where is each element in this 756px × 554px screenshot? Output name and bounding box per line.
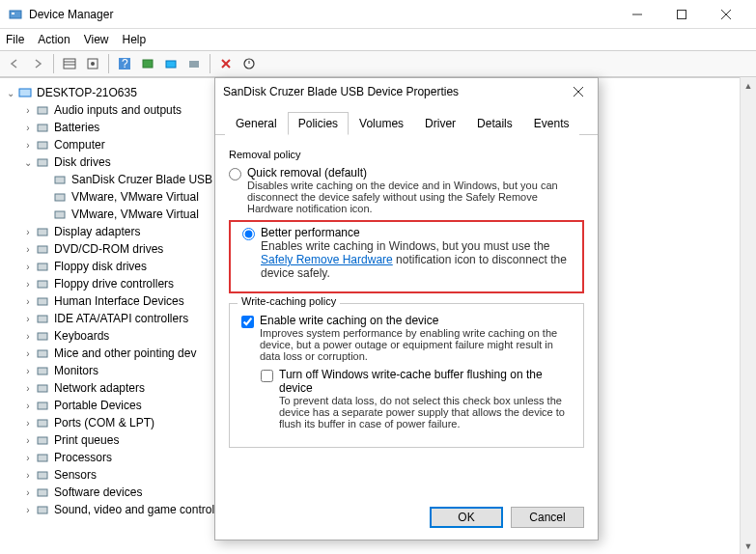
tab-details[interactable]: Details — [466, 112, 523, 135]
tree-item[interactable]: ›Monitors — [4, 362, 247, 379]
tree-item[interactable]: ›Software devices — [4, 484, 247, 501]
device-icon — [35, 485, 50, 500]
svg-rect-28 — [38, 246, 47, 253]
better-performance-highlight: Better performance Enables write caching… — [229, 220, 584, 293]
quick-removal-option[interactable]: Quick removal (default) Disables write c… — [229, 166, 584, 214]
tree-item[interactable]: VMware, VMware Virtual — [4, 188, 247, 206]
tree-item-label: Floppy drive controllers — [54, 277, 174, 291]
scroll-down-button[interactable]: ▼ — [741, 538, 756, 554]
disable-button[interactable] — [215, 53, 237, 74]
svg-rect-31 — [38, 298, 47, 305]
tab-events[interactable]: Events — [523, 112, 580, 135]
tree-item[interactable]: ›Mice and other pointing dev — [4, 345, 247, 362]
svg-rect-1 — [12, 13, 14, 14]
device-icon — [35, 398, 50, 413]
svg-rect-37 — [38, 402, 47, 409]
svg-rect-20 — [38, 107, 47, 114]
tree-item-label: Print queues — [54, 433, 119, 447]
device-icon — [35, 328, 50, 344]
svg-rect-3 — [678, 10, 686, 18]
properties-dialog: SanDisk Cruzer Blade USB Device Properti… — [214, 77, 599, 540]
menubar: File Action View Help — [0, 29, 756, 50]
device-icon — [35, 120, 50, 135]
tree-item[interactable]: ›Portable Devices — [4, 397, 247, 414]
tree-root[interactable]: ⌄ DESKTOP-21O635 — [4, 84, 247, 101]
tree-item[interactable]: ›Ports (COM & LPT) — [4, 414, 247, 431]
tree-item[interactable]: ›Print queues — [4, 431, 247, 449]
tab-driver[interactable]: Driver — [414, 112, 466, 135]
tree-item-label: IDE ATA/ATAPI controllers — [54, 312, 188, 325]
tree-item-label: Display adapters — [54, 225, 140, 238]
removal-policy-group: Removal policy Quick removal (default) D… — [229, 145, 584, 293]
tree-item-label: Ports (COM & LPT) — [54, 416, 154, 429]
tree-item-label: VMware, VMware Virtual — [71, 208, 199, 221]
dialog-close-button[interactable] — [567, 80, 590, 103]
cancel-button[interactable]: Cancel — [511, 507, 584, 528]
tree-item-label: Sound, video and game controllers — [54, 503, 233, 516]
properties-button[interactable] — [82, 53, 103, 74]
tree-item[interactable]: ›Floppy disk drives — [4, 258, 247, 275]
tree-item[interactable]: ›Human Interface Devices — [4, 292, 247, 310]
menu-file[interactable]: File — [6, 33, 24, 46]
svg-rect-22 — [38, 142, 47, 149]
svg-rect-41 — [38, 472, 47, 479]
tree-item[interactable]: ›Sensors — [4, 466, 247, 484]
device-icon — [35, 502, 50, 517]
svg-rect-0 — [10, 11, 21, 18]
tree-item[interactable]: VMware, VMware Virtual — [4, 206, 247, 223]
tree-item[interactable]: ›IDE ATA/ATAPI controllers — [4, 310, 247, 327]
scroll-up-button[interactable]: ▲ — [741, 77, 756, 94]
better-performance-option[interactable]: Better performance Enables write caching… — [242, 226, 571, 280]
enable-write-caching-checkbox[interactable] — [241, 316, 254, 328]
tree-item[interactable]: ›Sound, video and game controllers — [4, 501, 247, 518]
forward-button[interactable] — [27, 53, 48, 74]
device-tree[interactable]: ⌄ DESKTOP-21O635 ›Audio inputs and outpu… — [0, 78, 251, 554]
enable-write-caching-option[interactable]: Enable write caching on the device Impro… — [241, 314, 572, 362]
back-button[interactable] — [4, 53, 25, 74]
tree-item-label: Software devices — [54, 485, 142, 499]
tree-item[interactable]: ›Batteries — [4, 119, 247, 136]
enable-button[interactable] — [238, 53, 260, 74]
help-button[interactable]: ? — [114, 53, 135, 74]
tab-general[interactable]: General — [225, 112, 288, 135]
tree-item[interactable]: ›Audio inputs and outputs — [4, 101, 247, 119]
tree-item[interactable]: SanDisk Cruzer Blade USB — [4, 171, 247, 188]
tab-volumes[interactable]: Volumes — [349, 112, 414, 135]
scrollbar-vertical[interactable]: ▲ ▼ — [740, 77, 756, 554]
close-button[interactable] — [704, 0, 748, 29]
svg-rect-29 — [38, 263, 47, 270]
tree-item[interactable]: ›Floppy drive controllers — [4, 275, 247, 292]
tree-item[interactable]: ›Computer — [4, 136, 247, 153]
better-performance-radio[interactable] — [242, 228, 255, 240]
svg-rect-42 — [38, 489, 47, 496]
device-icon — [35, 259, 50, 274]
minimize-button[interactable] — [615, 0, 659, 29]
turnoff-flushing-checkbox[interactable] — [261, 370, 273, 382]
device-icon — [52, 189, 68, 205]
quick-removal-radio[interactable] — [229, 168, 241, 180]
menu-help[interactable]: Help — [123, 33, 147, 46]
tree-item[interactable]: ›Network adapters — [4, 379, 247, 397]
tab-policies[interactable]: Policies — [288, 112, 349, 135]
menu-view[interactable]: View — [84, 33, 109, 46]
uninstall-button[interactable] — [183, 53, 205, 74]
device-icon — [35, 346, 50, 361]
show-hide-tree-button[interactable] — [59, 53, 80, 74]
tree-item-label: DVD/CD-ROM drives — [54, 242, 163, 256]
tree-item[interactable]: ›DVD/CD-ROM drives — [4, 240, 247, 258]
ok-button[interactable]: OK — [430, 507, 503, 528]
safely-remove-link[interactable]: Safely Remove Hardware — [261, 253, 393, 266]
svg-rect-27 — [38, 229, 47, 235]
svg-rect-23 — [38, 159, 47, 166]
menu-action[interactable]: Action — [38, 33, 70, 46]
update-button[interactable] — [160, 53, 182, 74]
dialog-tabs: GeneralPoliciesVolumesDriverDetailsEvent… — [215, 105, 598, 135]
tree-item[interactable]: ›Display adapters — [4, 223, 247, 240]
maximize-button[interactable] — [659, 0, 704, 29]
tree-item[interactable]: ›Keyboards — [4, 327, 247, 345]
better-performance-title: Better performance — [261, 226, 571, 239]
turnoff-flushing-option[interactable]: Turn off Windows write-cache buffer flus… — [261, 368, 572, 429]
scan-button[interactable] — [137, 53, 158, 74]
tree-item[interactable]: ⌄Disk drives — [4, 153, 247, 171]
tree-item[interactable]: ›Processors — [4, 449, 247, 466]
